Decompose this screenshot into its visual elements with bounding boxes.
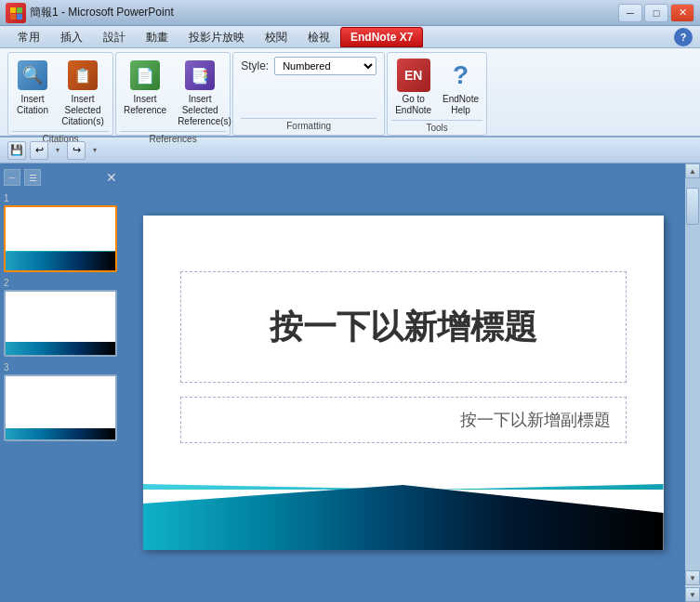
slide-bottom-decoration [143, 476, 664, 550]
undo-button[interactable]: ↩ [30, 141, 48, 160]
tab-review[interactable]: 校閱 [255, 27, 297, 47]
insert-selected-citations-label: Insert SelectedCitation(s) [60, 94, 105, 127]
tab-endnote[interactable]: EndNote X7 [340, 27, 423, 47]
tools-group: EN Go toEndNote ? EndNoteHelp Tools [387, 52, 487, 136]
svg-rect-0 [10, 7, 16, 13]
slide-bottom-teal [143, 485, 664, 550]
panel-close-button[interactable]: ✕ [106, 170, 117, 185]
slide-title-placeholder[interactable]: 按一下以新增標題 [180, 271, 627, 383]
close-button[interactable]: ✕ [670, 4, 694, 22]
insert-citation-label: InsertCitation [17, 94, 48, 116]
slide-title-text: 按一下以新增標題 [270, 305, 537, 350]
slide-thumb-1[interactable] [4, 205, 117, 272]
slide-number-2: 2 [4, 278, 117, 288]
tab-design[interactable]: 設計 [93, 27, 136, 47]
insert-selected-references-button[interactable]: Insert SelectedReference(s) [174, 57, 226, 129]
formatting-group: Style: Numbered Author-Date Footnotes Fo… [232, 52, 385, 136]
window-controls: ─ □ ✕ [618, 4, 694, 22]
window-title: 簡報1 - Microsoft PowerPoint [30, 5, 174, 20]
go-to-endnote-label: Go toEndNote [395, 94, 431, 116]
go-to-endnote-icon: EN [397, 59, 430, 92]
slide-item-2: 2 [4, 278, 117, 357]
endnote-help-label: EndNoteHelp [442, 94, 479, 116]
references-items: InsertReference Insert SelectedReference… [120, 55, 226, 131]
tab-view[interactable]: 檢視 [297, 27, 340, 47]
slide-subtitle-text: 按一下以新增副標題 [460, 409, 611, 431]
style-label: Style: [241, 59, 269, 72]
endnote-help-button[interactable]: ? EndNoteHelp [439, 57, 482, 118]
references-group: InsertReference Insert SelectedReference… [115, 52, 231, 136]
style-select[interactable]: Numbered Author-Date Footnotes [274, 57, 376, 75]
insert-selected-references-label: Insert SelectedReference(s) [178, 94, 222, 127]
scroll-bottom-button[interactable]: ▼ [685, 587, 700, 602]
quick-access-dropdown[interactable]: ▾ [89, 141, 100, 160]
scroll-track[interactable] [685, 178, 700, 570]
svg-rect-3 [17, 14, 22, 20]
save-button[interactable]: 💾 [7, 141, 26, 160]
panel-outline-button[interactable]: ☰ [24, 169, 41, 186]
scroll-down-button[interactable]: ▼ [685, 570, 700, 585]
insert-selected-references-icon [183, 59, 217, 92]
slide-thumb-2[interactable] [4, 290, 117, 357]
insert-reference-button[interactable]: InsertReference [120, 57, 170, 118]
help-button[interactable]: ? [674, 28, 693, 46]
tab-animation[interactable]: 動畫 [136, 27, 178, 47]
slide-number-3: 3 [4, 362, 117, 373]
slide-item-3: 3 [4, 362, 117, 441]
minimize-button[interactable]: ─ [618, 4, 642, 22]
panel-expand-button[interactable]: ─ [4, 169, 20, 186]
content-area: 按一下以新增標題 按一下以新增副標題 [121, 164, 685, 602]
tools-items: EN Go toEndNote ? EndNoteHelp [391, 55, 482, 120]
endnote-help-icon: ? [444, 59, 478, 92]
references-group-label: References [120, 131, 226, 144]
slide-thumb-img-1 [6, 207, 115, 270]
undo-dropdown[interactable]: ▾ [52, 141, 63, 160]
vertical-scrollbar: ▲ ▼ ▼ [685, 164, 700, 602]
slide-subtitle-placeholder[interactable]: 按一下以新增副標題 [180, 397, 627, 443]
citations-group: InsertCitation Insert SelectedCitation(s… [7, 52, 113, 136]
redo-button[interactable]: ↪ [67, 141, 86, 160]
office-button[interactable] [6, 3, 26, 23]
style-row: Style: Numbered Author-Date Footnotes [241, 57, 376, 75]
citations-items: InsertCitation Insert SelectedCitation(s… [12, 55, 109, 131]
scroll-thumb[interactable] [686, 188, 699, 225]
slide-thumb-img-3 [6, 376, 115, 439]
svg-rect-1 [17, 7, 22, 13]
tools-group-label: Tools [391, 120, 482, 133]
slide-thumb-img-2 [6, 292, 115, 355]
title-bar: 簡報1 - Microsoft PowerPoint ─ □ ✕ [0, 0, 700, 26]
ribbon-content: InsertCitation Insert SelectedCitation(s… [0, 48, 700, 137]
slide-thumb-3[interactable] [4, 374, 117, 441]
tab-home[interactable]: 常用 [7, 27, 50, 47]
slide-number-1: 1 [4, 193, 117, 203]
svg-rect-2 [10, 14, 16, 20]
restore-button[interactable]: □ [644, 4, 668, 22]
slide-panel: ─ ☰ ✕ 1 2 [0, 164, 121, 602]
insert-citation-button[interactable]: InsertCitation [12, 57, 53, 118]
scroll-up-button[interactable]: ▲ [685, 164, 700, 178]
slide-item-1: 1 [4, 193, 117, 272]
insert-reference-label: InsertReference [124, 94, 166, 116]
insert-citation-icon [16, 59, 49, 92]
main-area: ─ ☰ ✕ 1 2 [0, 164, 700, 602]
go-to-endnote-button[interactable]: EN Go toEndNote [391, 57, 435, 118]
slide-canvas: 按一下以新增標題 按一下以新增副標題 [143, 216, 664, 550]
formatting-group-label: Formatting [241, 118, 376, 131]
tab-slideshow[interactable]: 投影片放映 [178, 27, 255, 47]
insert-reference-icon [128, 59, 162, 92]
title-bar-left: 簡報1 - Microsoft PowerPoint [6, 3, 174, 23]
tab-insert[interactable]: 插入 [50, 27, 93, 47]
insert-selected-citations-icon [66, 59, 99, 92]
insert-selected-citations-button[interactable]: Insert SelectedCitation(s) [57, 57, 109, 129]
ribbon-tabs: 常用 插入 設計 動畫 投影片放映 校閱 檢視 EndNote X7 ? [0, 26, 700, 48]
